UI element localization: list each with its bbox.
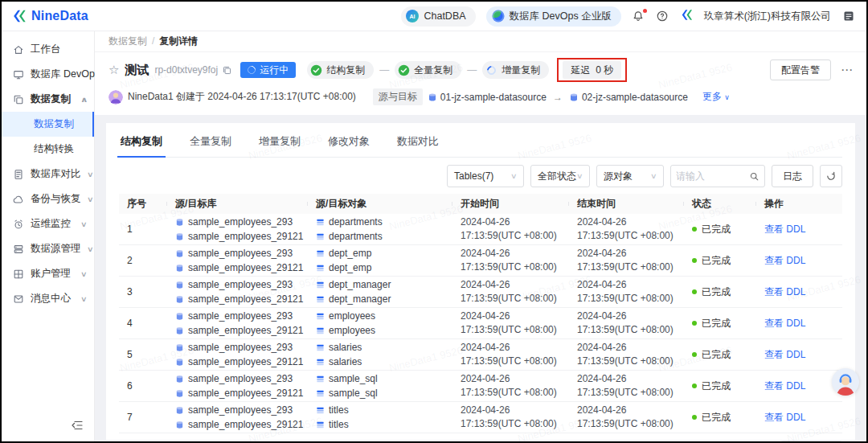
start-time: 2024-04-2617:13:59(UTC +08:00) bbox=[452, 404, 569, 431]
chatdba-button[interactable]: AI ChatDBA bbox=[401, 6, 475, 27]
object-name: employees bbox=[329, 325, 375, 336]
search-input[interactable] bbox=[671, 170, 743, 182]
end-time: 2024-04-2617:13:59(UTC +08:00) bbox=[569, 310, 684, 337]
step-done[interactable]: 全量复制 bbox=[395, 61, 461, 79]
row-number: 4 bbox=[119, 318, 167, 329]
search-icon[interactable] bbox=[743, 166, 764, 187]
more-actions-button[interactable]: ⋯ bbox=[841, 63, 854, 77]
row-status: 已完成 bbox=[684, 317, 756, 330]
breadcrumb-separator: / bbox=[152, 35, 154, 47]
sidebar-subitem-4[interactable]: 结构转换 bbox=[2, 137, 94, 162]
object-name: sample_employees_29121 bbox=[188, 262, 303, 273]
target-name: 02-jz-sample-datasource bbox=[582, 92, 688, 103]
log-button[interactable]: 日志 bbox=[772, 165, 813, 187]
view-ddl-link[interactable]: 查看 DDL bbox=[764, 318, 805, 329]
start-time: 2024-04-2617:13:59(UTC +08:00) bbox=[452, 341, 569, 368]
check-circle-icon bbox=[398, 64, 410, 76]
sidebar-item-10[interactable]: 消息中心∨ bbox=[2, 286, 94, 311]
step-label: 全量复制 bbox=[414, 64, 452, 77]
sidebar-item-7[interactable]: 运维监控∨ bbox=[2, 211, 94, 236]
object-type-select[interactable]: 源对象 ∨ bbox=[596, 165, 664, 187]
docs-icon[interactable] bbox=[841, 10, 855, 23]
start-time: 2024-04-2617:13:59(UTC +08:00) bbox=[452, 310, 569, 337]
table-icon bbox=[316, 389, 325, 398]
edition-switcher[interactable]: 数据库 DevOps 企业版 bbox=[486, 6, 621, 27]
top-bar: NineData AI ChatDBA 数据库 DevOps 企业版 bbox=[2, 2, 866, 31]
column-header: 结束时间 bbox=[569, 197, 684, 211]
tab-1[interactable]: 全量复制 bbox=[188, 132, 233, 157]
notification-bell-icon[interactable] bbox=[632, 10, 645, 23]
table-icon bbox=[316, 295, 325, 304]
tables-select[interactable]: Tables(7) ∨ bbox=[447, 165, 524, 187]
database-icon bbox=[175, 264, 184, 273]
row-action: 查看 DDL bbox=[756, 317, 841, 330]
object-name: titles bbox=[329, 404, 349, 416]
sidebar-subitem-3[interactable]: 数据复制 bbox=[2, 112, 94, 137]
tab-0[interactable]: 结构复制 bbox=[119, 132, 164, 157]
delay-indicator: 延迟 0 秒 bbox=[563, 61, 621, 79]
status-dot-icon bbox=[692, 384, 697, 388]
company-name[interactable]: 玖章算术(浙江)科技有限公司 bbox=[704, 10, 831, 23]
step-running[interactable]: 增量复制 bbox=[482, 61, 549, 79]
status-select[interactable]: 全部状态 ∨ bbox=[530, 165, 590, 187]
status-badge[interactable]: 运行中 bbox=[240, 62, 296, 78]
sidebar-collapse-icon[interactable] bbox=[71, 419, 84, 434]
source-target-object: salariessalaries bbox=[308, 340, 452, 369]
sidebar-item-9[interactable]: 账户管理∨ bbox=[2, 261, 94, 286]
svg-text:AI: AI bbox=[410, 14, 416, 19]
source-datasource[interactable]: 01-jz-sample-datasource bbox=[428, 92, 547, 103]
sidebar-subitem-label: 结构转换 bbox=[34, 142, 74, 156]
end-time: 2024-04-2617:13:59(UTC +08:00) bbox=[569, 247, 684, 274]
column-header: 开始时间 bbox=[452, 197, 569, 211]
row-number: 2 bbox=[119, 255, 167, 266]
more-info-link[interactable]: 更多 ∨ bbox=[702, 90, 730, 104]
tab-2[interactable]: 增量复制 bbox=[257, 132, 302, 157]
sidebar-item-0[interactable]: 工作台 bbox=[2, 37, 94, 62]
object-name: salaries bbox=[329, 342, 362, 353]
view-ddl-link[interactable]: 查看 DDL bbox=[764, 380, 805, 392]
view-ddl-link[interactable]: 查看 DDL bbox=[764, 255, 805, 266]
breadcrumb-parent[interactable]: 数据复制 bbox=[108, 35, 147, 47]
chevron-down-icon: ∨ bbox=[80, 295, 88, 303]
check-circle-icon bbox=[398, 64, 410, 76]
view-ddl-link[interactable]: 查看 DDL bbox=[764, 286, 805, 297]
sidebar-item-1[interactable]: 数据库 DevOps∨ bbox=[2, 62, 94, 87]
sidebar-item-label: 备份与恢复 bbox=[31, 192, 81, 206]
sidebar-item-8[interactable]: 数据源管理∨ bbox=[2, 236, 94, 261]
sidebar-item-5[interactable]: 数据库对比∨ bbox=[2, 162, 94, 187]
table-icon bbox=[316, 232, 325, 241]
object-name: dept_manager bbox=[329, 279, 391, 290]
task-title: 测试 bbox=[125, 63, 149, 78]
support-avatar[interactable] bbox=[832, 368, 859, 396]
database-icon bbox=[175, 281, 184, 289]
table-icon bbox=[316, 264, 325, 273]
target-datasource[interactable]: 02-jz-sample-datasource bbox=[569, 92, 688, 103]
object-name: dept_emp bbox=[329, 248, 371, 259]
object-name: sample_employees_293 bbox=[188, 248, 293, 259]
view-ddl-link[interactable]: 查看 DDL bbox=[764, 224, 805, 235]
object-name: departments bbox=[329, 231, 383, 242]
view-ddl-link[interactable]: 查看 DDL bbox=[764, 349, 805, 360]
start-time: 2024-04-2617:13:59(UTC +08:00) bbox=[452, 247, 569, 274]
tab-4[interactable]: 数据对比 bbox=[395, 132, 440, 157]
configure-alert-button[interactable]: 配置告警 bbox=[770, 59, 831, 80]
task-id: rp-d0txtvey9foj bbox=[154, 64, 218, 76]
database-icon bbox=[175, 375, 184, 384]
column-header: 源/目标对象 bbox=[308, 197, 452, 211]
page-size-select[interactable]: 10 条/页 ∨ bbox=[780, 441, 842, 441]
view-ddl-link[interactable]: 查看 DDL bbox=[764, 412, 805, 423]
backup-icon bbox=[13, 194, 24, 205]
tab-3[interactable]: 修改对象 bbox=[326, 132, 371, 157]
help-icon[interactable] bbox=[656, 10, 669, 23]
end-time: 2024-04-2617:13:59(UTC +08:00) bbox=[569, 341, 684, 368]
object-name: sample_sql bbox=[329, 373, 378, 384]
sidebar-item-6[interactable]: 备份与恢复∨ bbox=[2, 187, 94, 211]
step-done[interactable]: 结构复制 bbox=[307, 61, 374, 79]
sidebar-item-2[interactable]: 数据复制∧ bbox=[2, 87, 94, 112]
org-brand-icon[interactable] bbox=[680, 8, 694, 24]
favorite-star-icon[interactable]: ☆ bbox=[108, 63, 119, 77]
copy-icon[interactable] bbox=[222, 65, 232, 76]
refresh-button[interactable] bbox=[820, 165, 842, 187]
ninedata-logo[interactable]: NineData bbox=[11, 8, 88, 24]
row-number: 5 bbox=[119, 349, 167, 360]
